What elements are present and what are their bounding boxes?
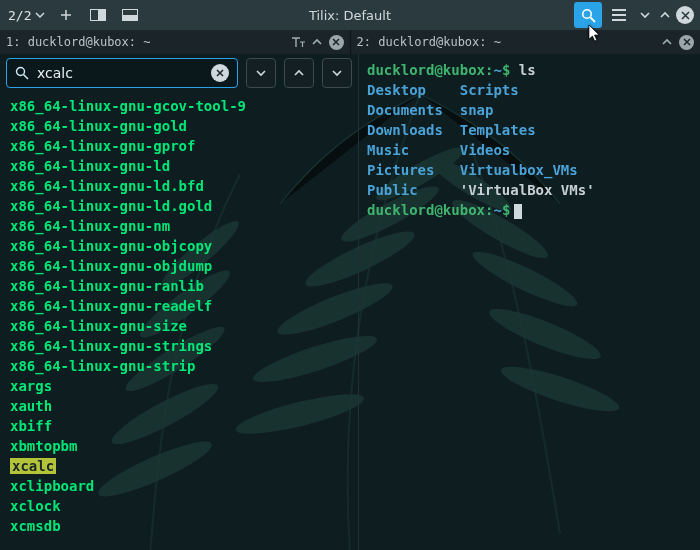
pane-header-right[interactable]: 2: ducklord@kubox: ~ — [351, 30, 701, 54]
close-icon — [216, 69, 224, 77]
search-options-button[interactable] — [246, 58, 276, 88]
terminal-line: x86_64-linux-gnu-ld.bfd — [10, 176, 348, 196]
close-pane-button[interactable] — [329, 35, 344, 50]
svg-rect-1 — [98, 10, 105, 20]
terminal-line: xclock — [10, 496, 348, 516]
ls-output: Desktop ScriptsDocuments snapDownloads T… — [367, 80, 692, 200]
svg-point-22 — [17, 68, 25, 76]
split-right-icon — [90, 9, 106, 21]
search-icon — [581, 8, 596, 23]
terminal-line: x86_64-linux-gnu-gold — [10, 116, 348, 136]
terminal-line: x86_64-linux-gnu-readelf — [10, 296, 348, 316]
readonly-toggle[interactable] — [291, 34, 307, 50]
chevron-down-icon — [35, 10, 45, 20]
close-icon — [683, 38, 691, 46]
svg-point-4 — [582, 9, 591, 18]
terminal-line: x86_64-linux-gnu-ld — [10, 156, 348, 176]
terminal-line: xbmtopbm — [10, 436, 348, 456]
close-pane-button[interactable] — [679, 35, 694, 50]
search-field-wrap[interactable] — [6, 58, 238, 88]
terminal-line: x86_64-linux-gnu-strings — [10, 336, 348, 356]
terminal-line: x86_64-linux-gnu-objdump — [10, 256, 348, 276]
chevron-down-icon — [255, 67, 267, 79]
close-icon — [332, 38, 340, 46]
close-window-button[interactable] — [676, 6, 694, 24]
terminal-pane-left[interactable]: x86_64-linux-gnu-gcov-tool-9x86_64-linux… — [0, 54, 359, 550]
chevron-up-icon — [661, 36, 673, 48]
menu-button[interactable] — [608, 4, 630, 26]
search-icon — [15, 66, 29, 80]
search-input[interactable] — [37, 65, 211, 81]
titlebar: 2/2 Tilix: Default — [0, 0, 700, 30]
terminal-line: x86_64-linux-gnu-ranlib — [10, 276, 348, 296]
ls-row: Pictures Virtualbox_VMs — [367, 160, 692, 180]
plus-icon — [60, 9, 72, 21]
minimize-button[interactable] — [636, 6, 654, 24]
clear-search-button[interactable] — [211, 64, 229, 82]
maximize-pane-button[interactable] — [659, 34, 675, 50]
chevron-down-icon — [331, 67, 343, 79]
split-down-button[interactable] — [119, 4, 141, 26]
mouse-cursor-icon — [588, 24, 602, 42]
close-icon — [681, 11, 690, 20]
pane-title: 2: ducklord@kubox: ~ — [357, 35, 502, 49]
terminal-line: xcmsdb — [10, 516, 348, 536]
ls-row: Downloads Templates — [367, 120, 692, 140]
session-count: 2/2 — [8, 8, 31, 23]
terminal-line: xbiff — [10, 416, 348, 436]
ls-row: Desktop Scripts — [367, 80, 692, 100]
maximize-pane-button[interactable] — [309, 34, 325, 50]
chevron-up-icon — [293, 67, 305, 79]
search-button[interactable] — [574, 2, 602, 28]
terminal-line: x86_64-linux-gnu-objcopy — [10, 236, 348, 256]
terminal-line: x86_64-linux-gnu-gcov-tool-9 — [10, 96, 348, 116]
prompt-line: ducklord@kubox:~$ — [367, 200, 692, 220]
split-right-button[interactable] — [87, 4, 109, 26]
ls-row: Documents snap — [367, 100, 692, 120]
svg-rect-3 — [123, 15, 137, 20]
session-indicator[interactable]: 2/2 — [8, 8, 45, 23]
new-tab-button[interactable] — [55, 4, 77, 26]
terminal-line: x86_64-linux-gnu-strip — [10, 356, 348, 376]
pane-header-left[interactable]: 1: ducklord@kubox: ~ — [0, 30, 351, 54]
terminal-line: xclipboard — [10, 476, 348, 496]
terminal-line: xcalc — [10, 456, 348, 476]
terminal-line: xauth — [10, 396, 348, 416]
search-match: xcalc — [10, 458, 56, 474]
window-title: Tilix: Default — [309, 8, 391, 23]
terminal-output-left[interactable]: x86_64-linux-gnu-gcov-tool-9x86_64-linux… — [0, 92, 358, 546]
hamburger-icon — [612, 9, 626, 21]
chevron-up-icon — [659, 9, 671, 21]
prompt-line: ducklord@kubox:~$ ls — [367, 60, 692, 80]
ls-row: Music Videos — [367, 140, 692, 160]
terminal-line: xargs — [10, 376, 348, 396]
pane-title: 1: ducklord@kubox: ~ — [6, 35, 151, 49]
terminal-line: x86_64-linux-gnu-nm — [10, 216, 348, 236]
terminal-line: x86_64-linux-gnu-ld.gold — [10, 196, 348, 216]
search-prev-button[interactable] — [284, 58, 314, 88]
search-bar — [0, 54, 358, 92]
terminal-line: x86_64-linux-gnu-size — [10, 316, 348, 336]
search-next-button[interactable] — [322, 58, 352, 88]
cursor-block — [514, 204, 522, 219]
split-down-icon — [122, 9, 138, 21]
ls-row: Public 'VirtualBox VMs' — [367, 180, 692, 200]
chevron-up-icon — [311, 36, 323, 48]
terminal-line: x86_64-linux-gnu-gprof — [10, 136, 348, 156]
chevron-down-icon — [639, 9, 651, 21]
terminal-output-right[interactable]: ducklord@kubox:~$ ls Desktop ScriptsDocu… — [359, 54, 700, 226]
terminal-pane-right[interactable]: ducklord@kubox:~$ ls Desktop ScriptsDocu… — [359, 54, 700, 550]
maximize-button[interactable] — [656, 6, 674, 24]
text-icon — [291, 36, 306, 48]
